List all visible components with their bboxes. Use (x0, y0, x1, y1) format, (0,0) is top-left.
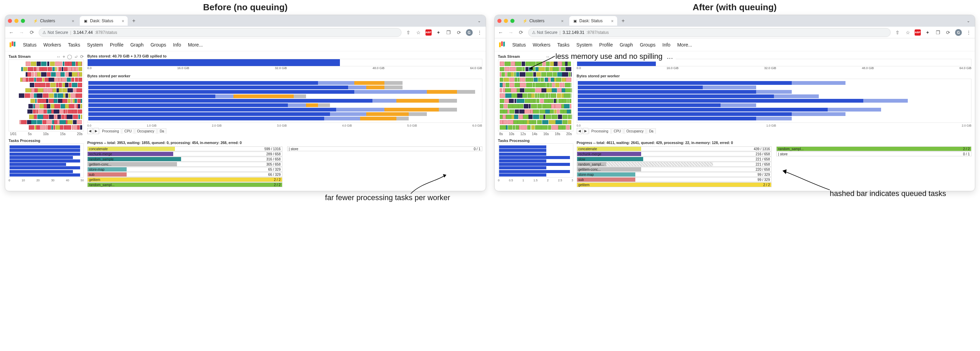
progress-label: getitem-conc... (577, 168, 601, 172)
url-host: 3.144.7.44 (73, 30, 93, 35)
not-secure-badge[interactable]: ⚠Not Secure (43, 30, 68, 35)
nav-workers[interactable]: Workers (43, 42, 61, 48)
url-field[interactable]: ⚠Not Secure|3.12.149.31:8787/status (528, 28, 891, 37)
minitab-occupancy[interactable]: Occupancy (624, 128, 646, 134)
minitab-prev[interactable]: ◀ (87, 128, 93, 134)
nav-workers[interactable]: Workers (533, 42, 550, 48)
traffic-red[interactable] (8, 19, 12, 23)
traffic-yellow[interactable] (504, 19, 508, 23)
tp-bar (10, 163, 66, 166)
box-zoom-icon[interactable]: ⌖ (63, 54, 65, 60)
browser-menu-button[interactable]: ⋮ (476, 30, 483, 35)
nav-graph[interactable]: Graph (620, 42, 633, 48)
wheel-zoom-icon[interactable]: ◯ (67, 54, 72, 60)
star-icon[interactable]: ☆ (415, 30, 422, 35)
bytes-per-worker-chart[interactable] (577, 79, 972, 123)
task-stream-title: Task Stream (498, 54, 520, 59)
minitab-da[interactable]: Da (647, 128, 656, 134)
extension-icon[interactable]: ✦ (924, 30, 931, 35)
traffic-green[interactable] (21, 19, 25, 23)
close-icon[interactable]: × (72, 19, 74, 24)
abp-icon[interactable]: ABP (425, 29, 432, 36)
progress-label: rechunk-merge (88, 152, 112, 156)
nav-profile[interactable]: Profile (110, 42, 124, 48)
forward-button[interactable]: → (18, 29, 25, 35)
forward-button[interactable]: → (508, 29, 514, 35)
pan-icon[interactable]: ↔ (56, 54, 60, 60)
browser-menu-button[interactable]: ⋮ (965, 30, 972, 35)
tab-clusters[interactable]: ⚡Clusters× (519, 16, 567, 25)
nav-more[interactable]: More... (677, 42, 692, 48)
update-icon[interactable]: ⟳ (945, 30, 951, 35)
bolt-icon: ⚡ (523, 19, 528, 23)
progress-row: | store0 / 1 (287, 146, 482, 151)
tab-dask-status[interactable]: ▣Dask: Status× (80, 16, 128, 25)
back-button[interactable]: ← (497, 29, 504, 35)
worker-bar (578, 117, 971, 121)
queued-hatch (606, 162, 713, 166)
nav-tasks[interactable]: Tasks (557, 42, 570, 48)
refresh-icon[interactable]: ⟳ (80, 54, 84, 60)
minitab-prev[interactable]: ◀ (577, 128, 582, 134)
nav-status[interactable]: Status (512, 42, 526, 48)
nav-system[interactable]: System (576, 42, 592, 48)
reload-button[interactable]: ⟳ (29, 29, 35, 36)
share-icon[interactable]: ⇧ (894, 30, 901, 35)
caption-before: Before (no queuing) (5, 2, 486, 13)
back-button[interactable]: ← (8, 29, 15, 35)
bytes-per-worker-chart[interactable] (87, 79, 482, 123)
new-tab-button[interactable]: + (619, 17, 627, 25)
minitab-occupancy[interactable]: Occupancy (135, 128, 157, 134)
update-icon[interactable]: ⟳ (456, 30, 463, 35)
minitab-da[interactable]: Da (158, 128, 167, 134)
new-tab-button[interactable]: + (130, 17, 138, 25)
tasks-processing-chart[interactable] (8, 143, 84, 178)
traffic-red[interactable] (497, 19, 501, 23)
extension-icon[interactable]: ✦ (435, 30, 442, 35)
share-icon[interactable]: ⇧ (405, 30, 412, 35)
nav-system[interactable]: System (87, 42, 103, 48)
tp-bar (499, 159, 546, 162)
close-icon[interactable]: × (121, 19, 124, 24)
tabs-menu-button[interactable]: ⌄ (476, 19, 483, 23)
nav-status[interactable]: Status (23, 42, 37, 48)
nav-info[interactable]: Info (662, 42, 670, 48)
minitab-processing[interactable]: Processing (100, 128, 121, 134)
star-icon[interactable]: ☆ (904, 30, 911, 35)
traffic-green[interactable] (511, 19, 514, 23)
task-stream-chart[interactable] (8, 60, 84, 131)
minitab-processing[interactable]: Processing (589, 128, 611, 134)
profile-avatar[interactable]: G (466, 29, 473, 36)
close-icon[interactable]: × (561, 19, 564, 24)
nav-profile[interactable]: Profile (599, 42, 613, 48)
traffic-yellow[interactable] (14, 19, 19, 23)
abp-icon[interactable]: ABP (915, 29, 921, 36)
reload-button[interactable]: ⟳ (518, 29, 525, 36)
nav-groups[interactable]: Groups (640, 42, 655, 48)
tp-bar (499, 163, 570, 166)
close-icon[interactable]: × (611, 19, 614, 24)
minitab-cpu[interactable]: CPU (611, 128, 623, 134)
tabs-menu-button[interactable]: ⌄ (965, 19, 972, 23)
svg-rect-2 (14, 41, 15, 46)
nav-tasks[interactable]: Tasks (68, 42, 80, 48)
profile-avatar[interactable]: G (955, 29, 962, 36)
extensions-button[interactable]: ❐ (934, 30, 941, 35)
tab-label: Dask: Status (579, 19, 603, 23)
not-secure-badge[interactable]: ⚠Not Secure (532, 30, 558, 35)
tasks-processing-chart[interactable] (498, 143, 573, 178)
worker-bar (88, 112, 481, 116)
nav-info[interactable]: Info (173, 42, 181, 48)
nav-graph[interactable]: Graph (130, 42, 144, 48)
tab-dask-status[interactable]: ▣Dask: Status× (569, 16, 617, 25)
tp-bar (10, 173, 80, 176)
minitab-next[interactable]: ▶ (94, 128, 99, 134)
tab-clusters[interactable]: ⚡Clusters× (30, 16, 78, 25)
nav-more[interactable]: More... (188, 42, 203, 48)
url-field[interactable]: ⚠Not Secure|3.144.7.44:8787/status (39, 28, 401, 37)
reset-icon[interactable]: ⤾ (74, 54, 78, 60)
extensions-button[interactable]: ❐ (445, 30, 452, 35)
minitab-cpu[interactable]: CPU (122, 128, 134, 134)
nav-groups[interactable]: Groups (151, 42, 166, 48)
minitab-next[interactable]: ▶ (583, 128, 589, 134)
